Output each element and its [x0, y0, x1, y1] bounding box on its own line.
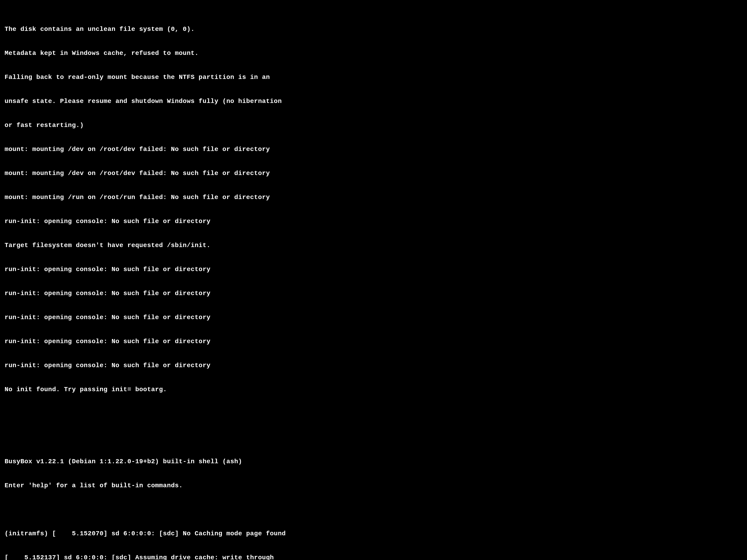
console-line: Enter 'help' for a list of built-in comm…: [5, 482, 742, 489]
terminal-output[interactable]: The disk contains an unclean file system…: [5, 9, 742, 560]
console-line: or fast restarting.): [5, 121, 742, 129]
blank-line: [5, 433, 742, 442]
console-line: run-init: opening console: No such file …: [5, 289, 742, 297]
console-line: Falling back to read-only mount because …: [5, 73, 742, 81]
console-line: Target filesystem doesn't have requested…: [5, 241, 742, 249]
console-line: BusyBox v1.22.1 (Debian 1:1.22.0-19+b2) …: [5, 457, 742, 465]
console-line: run-init: opening console: No such file …: [5, 338, 742, 345]
console-line: run-init: opening console: No such file …: [5, 217, 742, 225]
console-line: mount: mounting /dev on /root/dev failed…: [5, 145, 742, 153]
console-line: [ 5.152137] sd 6:0:0:0: [sdc] Assuming d…: [5, 554, 742, 560]
console-line: No init found. Try passing init= bootarg…: [5, 385, 742, 394]
console-line: mount: mounting /run on /root/run failed…: [5, 193, 742, 201]
blank-line: [5, 409, 742, 418]
console-line: run-init: opening console: No such file …: [5, 313, 742, 321]
console-line: run-init: opening console: No such file …: [5, 362, 742, 369]
console-line: unsafe state. Please resume and shutdown…: [5, 97, 742, 105]
console-line: Metadata kept in Windows cache, refused …: [5, 49, 742, 57]
blank-line: [5, 506, 742, 513]
console-line: The disk contains an unclean file system…: [5, 25, 742, 33]
console-line: (initramfs) [ 5.152070] sd 6:0:0:0: [sdc…: [5, 530, 742, 538]
console-line: mount: mounting /dev on /root/dev failed…: [5, 169, 742, 177]
console-line: run-init: opening console: No such file …: [5, 265, 742, 273]
